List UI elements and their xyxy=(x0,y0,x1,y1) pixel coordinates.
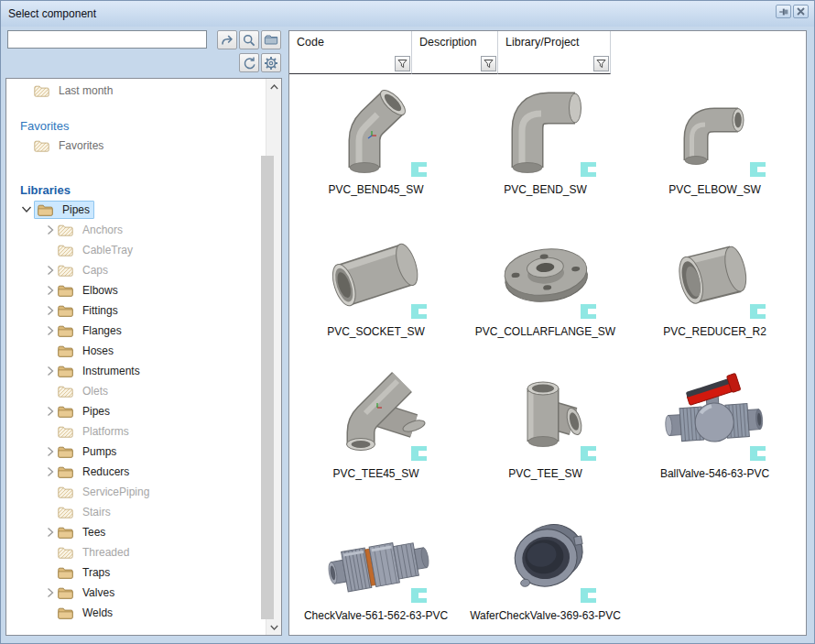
tree-item-label: CableTray xyxy=(80,243,136,257)
library-tree: Last month Favorites Favorites Libraries… xyxy=(5,78,282,636)
tree-item-traps[interactable]: Traps xyxy=(6,562,266,583)
hatched-folder-icon xyxy=(58,245,73,257)
component-tile-pvc-collarflange-sw[interactable]: PVC_COLLARFLANGE_SW xyxy=(461,222,630,364)
chevron-right-icon[interactable] xyxy=(43,325,58,336)
chevron-right-icon[interactable] xyxy=(43,527,58,538)
column-header-library-project[interactable]: Library/Project xyxy=(498,31,611,74)
chevron-right-icon[interactable] xyxy=(43,406,58,417)
component-label: PVC_ELBOW_SW xyxy=(630,183,799,196)
tree-item-instruments[interactable]: Instruments xyxy=(6,361,266,381)
tree-item-welds[interactable]: Welds xyxy=(6,603,266,623)
component-label: PVC_COLLARFLANGE_SW xyxy=(461,325,630,338)
tree-item-pipes-root[interactable]: Pipes xyxy=(6,200,266,220)
tree-item-label: Valves xyxy=(80,585,117,600)
component-label: PVC_SOCKET_SW xyxy=(291,325,461,338)
tree-item-platforms[interactable]: Platforms xyxy=(6,421,266,442)
tree-item-last-month[interactable]: Last month xyxy=(6,81,266,101)
close-button[interactable] xyxy=(793,5,809,18)
tree-item-label: Tees xyxy=(80,525,108,540)
tree-item-servicepiping[interactable]: ServicePiping xyxy=(6,482,266,502)
tree-item-label: Flanges xyxy=(80,323,125,338)
tree-scrollbar[interactable] xyxy=(266,79,281,635)
component-label: CheckValve-561-562-63-PVC xyxy=(291,609,461,622)
tree-item-label: Platforms xyxy=(80,424,132,439)
folder-icon xyxy=(58,285,73,297)
column-header-code[interactable]: Code xyxy=(289,31,412,74)
component-tile-pvc-bend45-sw[interactable]: PVC_BEND45_SW xyxy=(291,80,461,222)
component-tile-pvc-elbow-sw[interactable]: PVC_ELBOW_SW xyxy=(630,80,799,222)
tree-item-pumps[interactable]: Pumps xyxy=(6,442,266,462)
go-button[interactable] xyxy=(217,30,237,49)
tree-item-label: Pumps xyxy=(80,444,119,459)
tree-item-label: Elbows xyxy=(80,283,121,298)
component-tile-checkvalve-561-562-63-pvc[interactable]: CheckValve-561-562-63-PVC xyxy=(291,506,461,644)
tree-item-pipes[interactable]: Pipes xyxy=(6,401,266,421)
search-input[interactable] xyxy=(7,30,207,49)
chevron-right-icon[interactable] xyxy=(43,305,58,316)
column-label: Code xyxy=(289,31,411,49)
tree-item-olets[interactable]: Olets xyxy=(6,381,266,401)
chevron-right-icon[interactable] xyxy=(43,224,58,235)
tree-item-anchors[interactable]: Anchors xyxy=(6,220,266,240)
filter-button-description[interactable] xyxy=(481,56,496,71)
chevron-down-icon[interactable] xyxy=(19,205,34,214)
component-tile-pvc-socket-sw[interactable]: PVC_SOCKET_SW xyxy=(291,222,461,364)
close-icon xyxy=(796,6,806,16)
refresh-button[interactable] xyxy=(239,53,259,72)
tree-item-threaded[interactable]: Threaded xyxy=(6,542,266,562)
folder-icon xyxy=(58,305,73,317)
tree-item-label: Last month xyxy=(56,83,115,98)
tree-item-label: Threaded xyxy=(80,545,132,560)
component-tile-pvc-tee45-sw[interactable]: PVC_TEE45_SW xyxy=(291,364,461,506)
hatched-folder-icon xyxy=(58,486,73,498)
component-tile-pvc-bend-sw[interactable]: PVC_BEND_SW xyxy=(461,80,630,222)
folder-icon xyxy=(38,204,53,216)
select-component-dialog: Select component Last month Favorites xyxy=(0,0,815,644)
filter-button-library-project[interactable] xyxy=(593,56,609,71)
tree-item-label: Fittings xyxy=(80,303,121,318)
chevron-right-icon[interactable] xyxy=(43,446,58,457)
component-tile-wafercheckvalve-369-63-pvc[interactable]: WaferCheckValve-369-63-PVC xyxy=(461,506,630,644)
chevron-right-icon[interactable] xyxy=(43,366,58,377)
pin-button[interactable] xyxy=(776,5,791,18)
component-c-badge-icon xyxy=(411,588,427,603)
folder-icon xyxy=(58,325,73,337)
search-button[interactable] xyxy=(239,30,259,49)
component-c-badge-icon xyxy=(581,162,596,177)
chevron-right-icon[interactable] xyxy=(43,587,58,598)
tree-item-label: Pipes xyxy=(60,202,92,217)
tree-item-reducers[interactable]: Reducers xyxy=(6,462,266,482)
chevron-right-icon[interactable] xyxy=(43,265,58,276)
settings-button[interactable] xyxy=(261,53,281,72)
tree-item-cabletray[interactable]: CableTray xyxy=(6,240,266,260)
filter-button-code[interactable] xyxy=(395,56,410,71)
chevron-right-icon[interactable] xyxy=(43,285,58,296)
filter-funnel-icon xyxy=(484,59,494,69)
filter-funnel-icon xyxy=(397,59,408,69)
tree-item-favorites[interactable]: Favorites xyxy=(6,136,266,156)
open-folder-button[interactable] xyxy=(261,30,281,49)
folder-icon xyxy=(58,345,73,357)
tree-item-label: Hoses xyxy=(80,344,116,358)
chevron-right-icon[interactable] xyxy=(43,466,58,477)
tree-item-caps[interactable]: Caps xyxy=(6,260,266,280)
scroll-up-button[interactable] xyxy=(266,79,281,94)
tree-item-hoses[interactable]: Hoses xyxy=(6,341,266,361)
component-tile-pvc-tee-sw[interactable]: PVC_TEE_SW xyxy=(461,364,630,506)
tree-item-elbows[interactable]: Elbows xyxy=(6,280,266,300)
tree-item-label: Anchors xyxy=(80,223,125,237)
scroll-down-button[interactable] xyxy=(266,619,281,635)
component-tile-pvc-reducer-r2[interactable]: PVC_REDUCER_R2 xyxy=(630,222,799,364)
tree-item-tees[interactable]: Tees xyxy=(6,522,266,542)
component-tile-ballvalve-546-63-pvc[interactable]: BallValve-546-63-PVC xyxy=(630,364,799,506)
component-c-badge-icon xyxy=(581,446,596,461)
component-label: PVC_TEE_SW xyxy=(461,467,630,480)
tree-item-stairs[interactable]: Stairs xyxy=(6,502,266,522)
column-header-description[interactable]: Description xyxy=(412,31,498,74)
scrollbar-thumb[interactable] xyxy=(261,156,274,619)
tree-item-fittings[interactable]: Fittings xyxy=(6,300,266,321)
search-icon xyxy=(242,33,256,48)
tree-item-label: ServicePiping xyxy=(80,485,152,499)
tree-item-flanges[interactable]: Flanges xyxy=(6,321,266,341)
tree-item-valves[interactable]: Valves xyxy=(6,583,266,603)
